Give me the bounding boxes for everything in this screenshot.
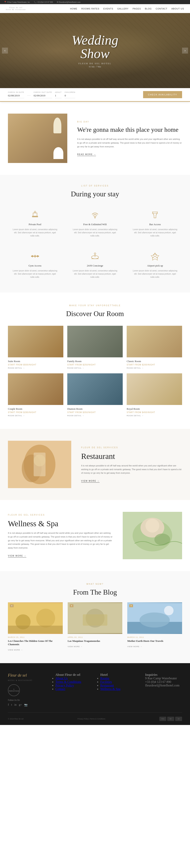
blog-post-3-image: ★ bbox=[127, 602, 182, 634]
room-diamon-detail[interactable]: ROOM DETAIL → bbox=[67, 415, 84, 416]
blog-post-1-image: ★ bbox=[8, 602, 63, 634]
room-suite-title: Suite Room bbox=[8, 360, 63, 363]
adults-field: ADULT 1 bbox=[55, 91, 62, 98]
room-family-detail[interactable]: ROOM DETAIL → bbox=[67, 367, 84, 369]
room-classic-image bbox=[127, 326, 182, 358]
social-twitter[interactable]: t bbox=[11, 703, 12, 707]
social-linkedin[interactable]: in bbox=[15, 703, 17, 707]
svg-point-12 bbox=[94, 253, 96, 254]
footer-hotel-link-0[interactable]: Rooms bbox=[100, 677, 109, 680]
about-image bbox=[8, 114, 67, 163]
room-couple: Couple Room START FROM $280/NIGHT ROOM D… bbox=[8, 373, 63, 417]
blog-post-2-tag: ★ bbox=[70, 604, 74, 607]
room-couple-detail[interactable]: ROOM DETAIL → bbox=[8, 415, 25, 416]
services-tag: LIST OF SERVICES bbox=[8, 185, 182, 187]
service-bar-desc: Lorem ipsum dolor sit amet, consectetur … bbox=[132, 228, 178, 238]
blog-post-1-tag: ★ bbox=[10, 604, 13, 607]
service-private-pool: Private Pool Lorem ipsum dolor sit amet,… bbox=[8, 206, 62, 241]
nav-home[interactable]: Home bbox=[70, 7, 77, 10]
footer-inquiries-title: Inquiries bbox=[145, 673, 182, 677]
spa-tag: FLEUR DE SEL SERVICES bbox=[8, 514, 113, 516]
nav-blog[interactable]: Blog bbox=[145, 7, 152, 10]
spa-title: Wellness & Spa bbox=[8, 519, 113, 528]
room-suite-detail[interactable]: ROOM DETAIL → bbox=[8, 367, 25, 369]
pool-icon bbox=[30, 210, 40, 220]
footer-hotel-link-1[interactable]: Facilities bbox=[100, 680, 112, 683]
service-concierge-desc: Lorem ipsum dolor sit amet, consectetur … bbox=[72, 269, 118, 279]
room-diamon-price: START FROM $350/NIGHT bbox=[67, 411, 123, 413]
nav-events[interactable]: Events bbox=[103, 7, 113, 10]
about-section: BIG DAY We're gonna make this place your… bbox=[0, 102, 190, 175]
footer-about-link-2[interactable]: Privacy Policy bbox=[55, 684, 74, 687]
social-google[interactable]: g+ bbox=[19, 703, 22, 707]
room-family: Family Room START FROM $250/NIGHT ROOM D… bbox=[67, 326, 123, 369]
social-instagram[interactable]: 📷 bbox=[24, 703, 28, 707]
room-classic-detail[interactable]: ROOM DETAIL → bbox=[127, 367, 144, 369]
room-royal-detail[interactable]: ROOM DETAIL → bbox=[127, 415, 144, 416]
room-royal-image bbox=[127, 373, 182, 405]
room-couple-image bbox=[8, 373, 63, 405]
room-family-price: START FROM $250/NIGHT bbox=[67, 364, 123, 366]
room-royal-price: START FROM $450/NIGHT bbox=[127, 411, 182, 413]
room-couple-title: Couple Room bbox=[8, 407, 63, 410]
about-read-more[interactable]: READ MORE → bbox=[77, 153, 96, 156]
checkout-value[interactable]: 02/09/2019 bbox=[34, 94, 52, 98]
footer-contact-info: 9 Rue Camp Waterbeater +33 (0)4 123 67 8… bbox=[145, 677, 182, 687]
svg-point-22 bbox=[145, 519, 159, 533]
blog-post-1-read-more[interactable]: VIEW MORE → bbox=[8, 649, 23, 651]
footer-logo: Fleur de sel bbox=[8, 673, 48, 678]
services-section: LIST OF SERVICES During your stay Privat… bbox=[0, 175, 190, 292]
nav-about[interactable]: About Us bbox=[171, 7, 184, 10]
blog-post-2-read-more[interactable]: VIEW MORE → bbox=[68, 646, 83, 648]
address: 📍 9 Rue Camp Waterbeater, les bbox=[4, 1, 30, 3]
footer-logo-sub: hotel & restaurant bbox=[8, 680, 48, 681]
service-airport: Airport pick up Lorem ipsum dolor sit am… bbox=[128, 247, 182, 283]
room-family-title: Family Room bbox=[67, 360, 123, 363]
site-logo[interactable]: Fleur de sel hotel & restaurant bbox=[6, 6, 26, 10]
blog-post-3-read-more[interactable]: VIEW MORE → bbox=[127, 646, 142, 648]
service-gym-desc: Lorem ipsum dolor sit amet, consectetur … bbox=[12, 269, 58, 279]
service-wifi-title: Free & Unlimited Wifi bbox=[72, 223, 118, 226]
adults-value[interactable]: 1 bbox=[55, 94, 62, 98]
nav-contact[interactable]: Contact bbox=[156, 7, 167, 10]
hero-prev-button[interactable]: ‹ bbox=[2, 48, 8, 54]
svg-point-2 bbox=[94, 217, 96, 218]
checkin-value[interactable]: 02/08/2019 bbox=[8, 94, 24, 98]
footer-about-link-3[interactable]: Contact bbox=[55, 687, 65, 691]
footer-about-link-1[interactable]: Terms & Conditions bbox=[55, 680, 81, 683]
footer-about-col: About Fleur de sel About Us Terms & Cond… bbox=[55, 673, 92, 707]
bar-icon bbox=[150, 210, 160, 220]
footer-hotel-title: Hotel bbox=[100, 673, 137, 677]
nav-gallery[interactable]: Gallery bbox=[117, 7, 129, 10]
footer-hotel-link-3[interactable]: Wellness & Spa bbox=[100, 687, 120, 691]
footer: Fleur de sel hotel & restaurant A TRIPAD… bbox=[0, 663, 190, 725]
blog-post-1-date: MARCH 25, 2011 bbox=[8, 636, 63, 638]
rooms-tag: MAKE YOUR STAY UNFORGETTABLE bbox=[8, 304, 182, 307]
nav-rooms[interactable]: Rooms Rates bbox=[81, 7, 99, 10]
gym-icon bbox=[30, 251, 40, 261]
blog-post-3-date: MARCH 11, 2011 bbox=[127, 636, 182, 638]
hero-next-button[interactable]: › bbox=[182, 48, 188, 54]
room-classic-price: START FROM $200/NIGHT bbox=[127, 364, 182, 366]
checkout-field: CHECK OUT DATE 02/09/2019 bbox=[34, 91, 52, 98]
footer-contact-email: fleurdesel@hotelhotel.com bbox=[145, 684, 182, 687]
blog-post-2-date: APRIL 02, 2011 bbox=[68, 636, 123, 638]
footer-copyright-2: © 2019 Fleur de sel bbox=[8, 718, 24, 720]
blog-post-3-title: Mother Earth Hosts Our Travels bbox=[127, 640, 182, 643]
svg-point-33 bbox=[139, 612, 170, 627]
footer-about-link-0[interactable]: About Us bbox=[55, 677, 68, 680]
svg-point-26 bbox=[36, 609, 55, 627]
restaurant-read-more[interactable]: VIEW MORE → bbox=[81, 480, 100, 483]
children-value[interactable]: 0 bbox=[64, 94, 75, 98]
hero-content: Wedding Show fleur de sel hotel 01 July … bbox=[72, 33, 118, 68]
spa-read-more[interactable]: VIEW MORE → bbox=[8, 555, 26, 557]
footer-hotel-link-2[interactable]: Restaurant bbox=[100, 684, 114, 687]
about-tag: BIG DAY bbox=[77, 121, 182, 123]
svg-rect-0 bbox=[32, 216, 38, 217]
social-facebook[interactable]: f bbox=[8, 703, 9, 707]
nav-pages[interactable]: Pages bbox=[133, 7, 141, 10]
footer-contact-address: 9 Rue Camp Waterbeater bbox=[145, 677, 182, 680]
room-diamon: Diamon Room START FROM $350/NIGHT ROOM D… bbox=[67, 373, 123, 417]
check-availability-button[interactable]: CHECK AVAILABILITY bbox=[143, 91, 182, 98]
wifi-icon bbox=[90, 210, 100, 220]
